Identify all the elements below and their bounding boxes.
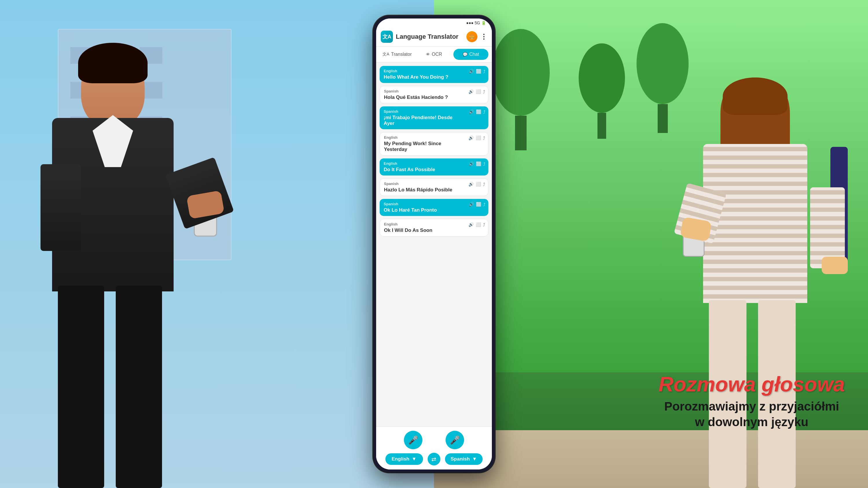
- background-left: [0, 0, 434, 488]
- share-icon-5[interactable]: ⤴: [483, 162, 486, 166]
- copy-icon-5[interactable]: ⬜: [476, 161, 482, 166]
- dropdown-arrow-right: ▼: [472, 456, 477, 462]
- message-6-icons: 🔊 ⬜ ⤴: [468, 182, 485, 187]
- share-icon-8[interactable]: ⤴: [483, 222, 485, 227]
- language-selectors: English ▼ ⇄ Spanish ▼: [385, 453, 483, 465]
- share-icon-3[interactable]: ⤴: [483, 109, 486, 115]
- share-icon-4[interactable]: ⤴: [483, 136, 485, 140]
- message-5-icons: 🔊 ⬜ ⤴: [469, 161, 486, 166]
- mic-icon-right: 🎤: [450, 435, 460, 445]
- volume-icon-8[interactable]: 🔊: [468, 222, 474, 227]
- app-header: 文A Language Translator 🍔 ⋮: [376, 27, 492, 46]
- man-silhouette: [23, 26, 226, 488]
- tab-chat[interactable]: 💬 Chat: [454, 49, 488, 60]
- promo-title: Rozmowa głosowa: [658, 373, 845, 396]
- share-icon-7[interactable]: ⤴: [483, 202, 486, 207]
- share-icon-1[interactable]: ⤴: [483, 69, 486, 74]
- volume-icon-1[interactable]: 🔊: [469, 69, 474, 74]
- app-title: Language Translator: [396, 33, 464, 40]
- message-6: Spanish Hazlo Lo Más Rápido Posible 🔊 ⬜ …: [380, 178, 488, 196]
- tree-cluster-2: [579, 43, 625, 139]
- translator-icon: 文A: [382, 52, 389, 57]
- header-action-icons: 🍔 ⋮: [466, 31, 487, 42]
- message-2: Spanish Hola Qué Estás Haciendo ? 🔊 ⬜ ⤴: [380, 86, 488, 103]
- message-8-icons: 🔊 ⬜ ⤴: [468, 222, 485, 227]
- language-select-english[interactable]: English ▼: [385, 453, 423, 465]
- message-1-icons: 🔊 ⬜ ⤴: [469, 69, 486, 74]
- volume-icon-7[interactable]: 🔊: [469, 202, 474, 207]
- promo-subtitle: Porozmawiajmy z przyjaciółmi w dowolnym …: [658, 399, 845, 430]
- mic-button-right[interactable]: 🎤: [445, 431, 464, 449]
- chat-icon: 💬: [463, 52, 468, 57]
- phone-device: ●●● 5G 🔋 文A Language Translator 🍔 ⋮ 文: [373, 15, 495, 473]
- ocr-icon: 👁: [426, 52, 430, 57]
- message-5: English Do It Fast As Possible 🔊 ⬜ ⤴: [380, 158, 488, 175]
- mic-button-left[interactable]: 🎤: [404, 431, 423, 449]
- chat-messages-area: English Hello What Are You Doing ? 🔊 ⬜ ⤴…: [376, 62, 492, 426]
- app-logo: 文A: [381, 31, 393, 43]
- language-select-spanish[interactable]: Spanish ▼: [445, 453, 483, 465]
- status-bar: ●●● 5G 🔋: [376, 19, 492, 27]
- copy-icon-1[interactable]: ⬜: [476, 69, 482, 74]
- more-icon[interactable]: ⋮: [480, 33, 487, 41]
- mic-icon-left: 🎤: [408, 435, 418, 445]
- swap-icon: ⇄: [431, 456, 436, 462]
- copy-icon-3[interactable]: ⬜: [476, 109, 482, 115]
- upgrade-icon: 🍔: [469, 34, 475, 40]
- copy-icon-6[interactable]: ⬜: [476, 182, 481, 187]
- copy-icon-4[interactable]: ⬜: [476, 135, 481, 140]
- share-icon-2[interactable]: ⤴: [483, 89, 485, 94]
- share-icon-6[interactable]: ⤴: [483, 182, 485, 187]
- swap-languages-button[interactable]: ⇄: [428, 453, 440, 465]
- message-2-icons: 🔊 ⬜ ⤴: [468, 89, 485, 94]
- phone-screen: ●●● 5G 🔋 文A Language Translator 🍔 ⋮ 文: [376, 19, 492, 469]
- upgrade-button[interactable]: 🍔: [466, 31, 477, 42]
- promo-text-container: Rozmowa głosowa Porozmawiajmy z przyjaci…: [658, 373, 845, 430]
- tab-bar: 文A Translator 👁 OCR 💬 Chat: [376, 46, 492, 62]
- phone-frame: ●●● 5G 🔋 文A Language Translator 🍔 ⋮ 文: [373, 15, 495, 473]
- message-4-icons: 🔊 ⬜ ⤴: [468, 135, 485, 140]
- message-7-icons: 🔊 ⬜ ⤴: [469, 202, 486, 207]
- microphone-buttons: 🎤 🎤: [404, 431, 464, 449]
- copy-icon-2[interactable]: ⬜: [476, 89, 481, 94]
- message-3-icons: 🔊 ⬜ ⤴: [469, 109, 486, 115]
- dropdown-arrow-left: ▼: [412, 456, 416, 462]
- tree-cluster: [492, 29, 550, 150]
- volume-icon-4[interactable]: 🔊: [468, 135, 474, 140]
- volume-icon-2[interactable]: 🔊: [468, 89, 474, 94]
- message-3: Spanish ¡mi Trabajo Pendiente! Desde Aye…: [380, 106, 488, 129]
- volume-icon-5[interactable]: 🔊: [469, 161, 474, 166]
- message-8: English Ok I Will Do As Soon 🔊 ⬜ ⤴: [380, 219, 488, 236]
- tab-ocr[interactable]: 👁 OCR: [416, 49, 452, 60]
- copy-icon-8[interactable]: ⬜: [476, 222, 481, 227]
- message-1: English Hello What Are You Doing ? 🔊 ⬜ ⤴: [380, 66, 488, 83]
- message-7: Spanish Ok Lo Haré Tan Pronto 🔊 ⬜ ⤴: [380, 199, 488, 216]
- bottom-bar: 🎤 🎤 English ▼ ⇄ Spanish: [376, 426, 492, 469]
- copy-icon-7[interactable]: ⬜: [476, 202, 482, 207]
- message-4: English My Pending Work! Since Yesterday…: [380, 132, 488, 156]
- volume-icon-6[interactable]: 🔊: [468, 182, 474, 187]
- tab-translator[interactable]: 文A Translator: [380, 49, 414, 60]
- volume-icon-3[interactable]: 🔊: [469, 109, 474, 115]
